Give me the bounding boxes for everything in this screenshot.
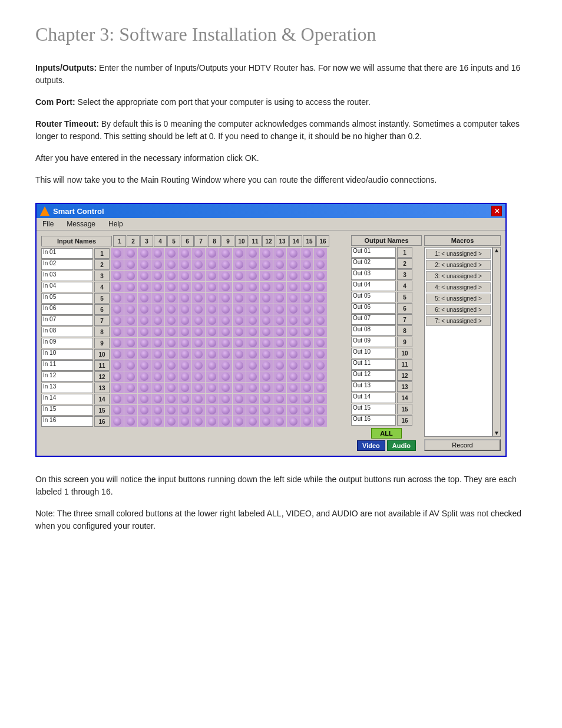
dot-cell[interactable] (192, 304, 205, 315)
out-num-button[interactable]: 7 (397, 314, 412, 325)
dot-cell[interactable] (111, 327, 124, 337)
dot-cell[interactable] (260, 282, 273, 292)
dot-cell[interactable] (219, 304, 232, 315)
dot-cell[interactable] (192, 383, 205, 393)
dot-cell[interactable] (314, 259, 327, 270)
input-name-field[interactable]: In 10 (41, 349, 93, 360)
macro-item[interactable]: 1: < unassigned > (426, 249, 491, 259)
dot-cell[interactable] (273, 282, 286, 292)
dot-cell[interactable] (138, 416, 151, 427)
dot-cell[interactable] (273, 338, 286, 348)
dot-cell[interactable] (219, 371, 232, 382)
dot-cell[interactable] (206, 259, 219, 270)
dot-cell[interactable] (192, 416, 205, 427)
row-num-button[interactable]: 9 (94, 338, 110, 348)
output-name-field[interactable]: Out 13 (351, 381, 396, 392)
dot-cell[interactable] (233, 304, 246, 315)
dot-cell[interactable] (314, 304, 327, 315)
dot-cell[interactable] (206, 416, 219, 427)
dot-cell[interactable] (219, 338, 232, 348)
dot-cell[interactable] (206, 383, 219, 393)
dot-cell[interactable] (233, 349, 246, 360)
dot-cell[interactable] (287, 371, 300, 382)
dot-cell[interactable] (219, 349, 232, 360)
macro-item[interactable]: 2: < unassigned > (426, 260, 491, 270)
dot-cell[interactable] (124, 394, 137, 404)
col-button[interactable]: 7 (194, 235, 207, 247)
dot-cell[interactable] (246, 383, 259, 393)
dot-cell[interactable] (273, 416, 286, 427)
dot-cell[interactable] (260, 248, 273, 259)
dot-cell[interactable] (178, 383, 191, 393)
dot-cell[interactable] (246, 293, 259, 304)
dot-cell[interactable] (287, 360, 300, 371)
dot-cell[interactable] (138, 383, 151, 393)
output-name-field[interactable]: Out 06 (351, 303, 396, 314)
dot-cell[interactable] (151, 315, 164, 326)
dot-cell[interactable] (260, 327, 273, 337)
dot-cell[interactable] (273, 405, 286, 416)
out-num-button[interactable]: 4 (397, 281, 412, 291)
output-name-field[interactable]: Out 10 (351, 348, 396, 358)
col-button[interactable]: 11 (249, 235, 262, 247)
dot-cell[interactable] (206, 360, 219, 371)
dot-cell[interactable] (246, 394, 259, 404)
dot-cell[interactable] (151, 327, 164, 337)
dot-cell[interactable] (287, 327, 300, 337)
dot-cell[interactable] (192, 282, 205, 292)
out-num-button[interactable]: 1 (397, 247, 412, 258)
dot-cell[interactable] (300, 304, 313, 315)
dot-cell[interactable] (260, 371, 273, 382)
dot-cell[interactable] (219, 405, 232, 416)
out-num-button[interactable]: 3 (397, 269, 412, 280)
dot-cell[interactable] (246, 282, 259, 292)
dot-cell[interactable] (124, 327, 137, 337)
dot-cell[interactable] (192, 293, 205, 304)
dot-cell[interactable] (246, 271, 259, 281)
dot-cell[interactable] (138, 327, 151, 337)
dot-cell[interactable] (138, 394, 151, 404)
dot-cell[interactable] (300, 371, 313, 382)
dot-cell[interactable] (314, 327, 327, 337)
all-button[interactable]: ALL (371, 428, 401, 439)
dot-cell[interactable] (151, 416, 164, 427)
dot-cell[interactable] (287, 338, 300, 348)
dot-cell[interactable] (192, 360, 205, 371)
dot-cell[interactable] (273, 349, 286, 360)
output-name-field[interactable]: Out 05 (351, 292, 396, 302)
dot-cell[interactable] (206, 282, 219, 292)
dot-cell[interactable] (151, 271, 164, 281)
dot-cell[interactable] (246, 315, 259, 326)
dot-cell[interactable] (219, 248, 232, 259)
out-num-button[interactable]: 6 (397, 303, 412, 314)
dot-cell[interactable] (300, 293, 313, 304)
dot-cell[interactable] (124, 259, 137, 270)
input-name-field[interactable]: In 12 (41, 371, 93, 382)
macros-scrollbar[interactable]: ▲ ▼ (492, 247, 501, 437)
output-name-field[interactable]: Out 12 (351, 370, 396, 381)
dot-cell[interactable] (138, 338, 151, 348)
dot-cell[interactable] (138, 271, 151, 281)
dot-cell[interactable] (314, 282, 327, 292)
input-name-field[interactable]: In 07 (41, 315, 93, 326)
row-num-button[interactable]: 6 (94, 304, 110, 315)
dot-cell[interactable] (111, 282, 124, 292)
dot-cell[interactable] (300, 259, 313, 270)
dot-cell[interactable] (124, 338, 137, 348)
dot-cell[interactable] (165, 416, 178, 427)
dot-cell[interactable] (314, 360, 327, 371)
out-num-button[interactable]: 16 (397, 415, 412, 426)
input-name-field[interactable]: In 08 (41, 327, 93, 337)
dot-cell[interactable] (151, 304, 164, 315)
dot-cell[interactable] (260, 360, 273, 371)
output-name-field[interactable]: Out 08 (351, 325, 396, 336)
dot-cell[interactable] (246, 416, 259, 427)
dot-cell[interactable] (233, 327, 246, 337)
dot-cell[interactable] (178, 349, 191, 360)
dot-cell[interactable] (151, 405, 164, 416)
row-num-button[interactable]: 4 (94, 282, 110, 292)
col-button[interactable]: 4 (154, 235, 167, 247)
dot-cell[interactable] (165, 360, 178, 371)
dot-cell[interactable] (206, 327, 219, 337)
dot-cell[interactable] (138, 259, 151, 270)
